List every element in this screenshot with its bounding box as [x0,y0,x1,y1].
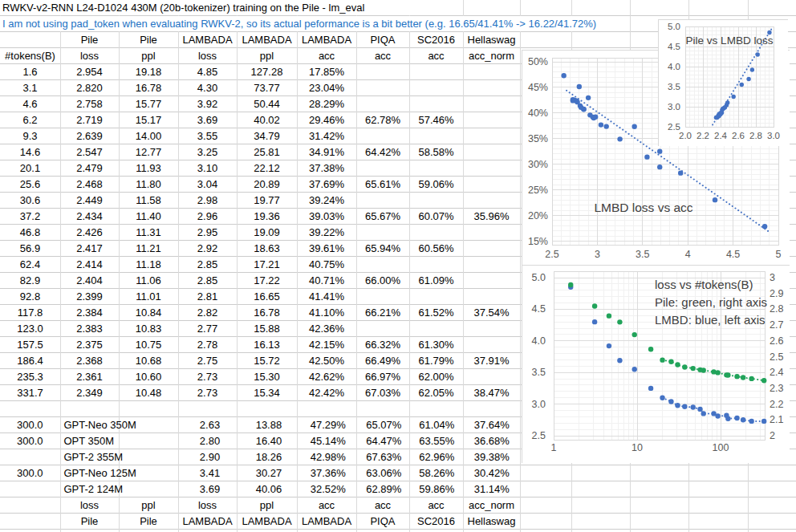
table-cell[interactable]: 11.21 [119,241,178,257]
table-cell[interactable]: 30.42% [464,465,520,481]
table-cell[interactable]: 41.10% [297,305,356,321]
chart-loss-vs-tokens[interactable]: 5.04.54.03.53.02.532.92.82.72.62.52.42.3… [522,265,790,463]
table-cell[interactable]: 40.71% [297,273,356,289]
header-cell[interactable]: acc [297,48,356,64]
table-cell[interactable]: GPT-Neo 350M [59,417,181,433]
table-cell[interactable]: 59.86% [410,481,463,497]
table-cell[interactable]: 61.52% [409,305,463,321]
table-cell[interactable]: 32.52% [298,481,357,497]
table-cell[interactable]: 11.40 [119,209,178,225]
table-cell[interactable]: 16.78 [119,80,178,96]
footer-cell[interactable]: LAMBADA [178,514,237,530]
table-cell[interactable]: 66.32% [356,337,409,353]
table-cell[interactable]: 61.30% [409,337,463,353]
table-cell[interactable]: 2.758 [60,96,119,112]
table-cell[interactable]: 65.94% [356,241,409,257]
header-cell[interactable]: loss [60,48,119,64]
table-cell[interactable]: 2.81 [178,289,237,305]
table-cell[interactable]: 10.83 [119,321,178,337]
table-cell[interactable]: 11.93 [119,160,178,177]
table-cell[interactable]: 2.449 [60,193,119,209]
table-cell[interactable]: 42.98% [298,449,357,465]
table-cell[interactable]: 3.92 [178,96,237,112]
footer-cell[interactable]: Pile [119,514,178,530]
table-cell[interactable]: 42.42% [297,385,356,401]
table-cell[interactable]: 35.96% [463,209,520,225]
table-cell[interactable]: 123.0 [0,321,60,337]
table-cell[interactable]: 50.44 [237,96,297,112]
table-cell[interactable]: 58.58% [409,144,463,160]
table-cell[interactable]: GPT-2 355M [59,449,181,465]
table-cell[interactable]: 56.9 [0,241,60,257]
table-cell[interactable]: 15.34 [237,385,297,401]
table-cell[interactable]: 1.6 [0,64,60,80]
footer-cell[interactable]: loss [60,497,119,514]
table-cell[interactable]: 19.18 [119,64,178,80]
header-cell[interactable]: PIQA [356,32,409,48]
header-cell[interactable]: loss [178,48,237,64]
table-cell[interactable]: 37.2 [0,209,60,225]
table-cell[interactable]: 10.60 [119,369,178,385]
table-cell[interactable]: 2.375 [60,337,119,353]
table-cell[interactable]: 16.13 [237,337,297,353]
table-cell[interactable]: 117.8 [0,305,60,321]
table-cell[interactable]: 47.29% [298,417,357,433]
table-cell[interactable]: 65.67% [356,209,409,225]
table-cell[interactable]: 12.77 [119,144,178,160]
table-cell[interactable]: 2.361 [60,369,119,385]
sheet-title-cell[interactable]: RWKV-v2-RNN L24-D1024 430M (20b-tokenize… [0,0,452,15]
table-cell[interactable]: 39.38% [464,449,520,465]
header-cell[interactable]: #tokens(B) [0,48,60,64]
table-cell[interactable]: 39.24% [297,193,356,209]
table-cell[interactable]: 2.92 [178,241,237,257]
table-cell[interactable]: 18.26 [239,449,298,465]
table-cell[interactable]: 62.05% [409,385,463,401]
table-cell[interactable]: 29.46% [297,112,356,128]
footer-cell[interactable]: Hellaswag [463,514,520,530]
table-cell[interactable]: 19.77 [237,193,297,209]
table-cell[interactable]: 4.6 [0,96,60,112]
table-cell[interactable]: 62.4 [0,257,60,273]
table-cell[interactable]: 62.96% [410,449,463,465]
table-cell[interactable]: 2.383 [60,321,119,337]
table-cell[interactable]: 73.77 [237,80,297,96]
table-cell[interactable]: 34.91% [297,144,356,160]
table-cell[interactable]: 2.95 [178,225,237,241]
header-cell[interactable]: LAMBADA [237,32,297,48]
table-cell[interactable]: 60.56% [409,241,463,257]
table-cell[interactable]: 2.479 [60,160,119,177]
table-cell[interactable]: 36.68% [464,433,520,449]
table-cell[interactable]: 40.02 [237,112,297,128]
footer-cell[interactable]: Pile [60,514,119,530]
table-cell[interactable]: 45.14% [298,433,357,449]
table-cell[interactable]: 39.03% [297,209,356,225]
table-cell[interactable]: 18.63 [237,241,297,257]
table-cell[interactable]: 300.0 [0,417,59,433]
footer-cell[interactable]: PIQA [356,514,409,530]
table-cell[interactable]: 2.98 [178,193,237,209]
table-cell[interactable]: 2.368 [60,353,119,369]
table-cell[interactable]: 6.2 [0,112,60,128]
table-cell[interactable]: 331.7 [0,385,60,401]
table-cell[interactable]: 39.22% [297,225,356,241]
table-cell[interactable]: OPT 350M [59,433,181,449]
table-cell[interactable]: 11.01 [119,289,178,305]
table-cell[interactable]: 66.97% [356,369,409,385]
footer-cell[interactable]: ppl [119,497,178,514]
table-cell[interactable]: 2.954 [60,64,119,80]
table-cell[interactable]: 2.426 [60,225,119,241]
table-cell[interactable]: 39.61% [297,241,356,257]
header-cell[interactable]: acc [409,48,463,64]
table-cell[interactable]: 13.88 [239,417,298,433]
table-cell[interactable]: 10.75 [119,337,178,353]
table-cell[interactable]: 4.30 [178,80,237,96]
table-cell[interactable]: 63.06% [358,465,410,481]
footer-cell[interactable]: acc [297,497,356,514]
table-cell[interactable]: 2.90 [181,449,238,465]
footer-cell[interactable]: loss [178,497,237,514]
table-cell[interactable]: 40.06 [239,481,298,497]
table-cell[interactable]: GPT-2 124M [59,481,181,497]
table-cell[interactable]: 3.1 [0,80,60,96]
table-cell[interactable]: 42.62% [297,369,356,385]
table-cell[interactable]: 65.07% [358,417,410,433]
